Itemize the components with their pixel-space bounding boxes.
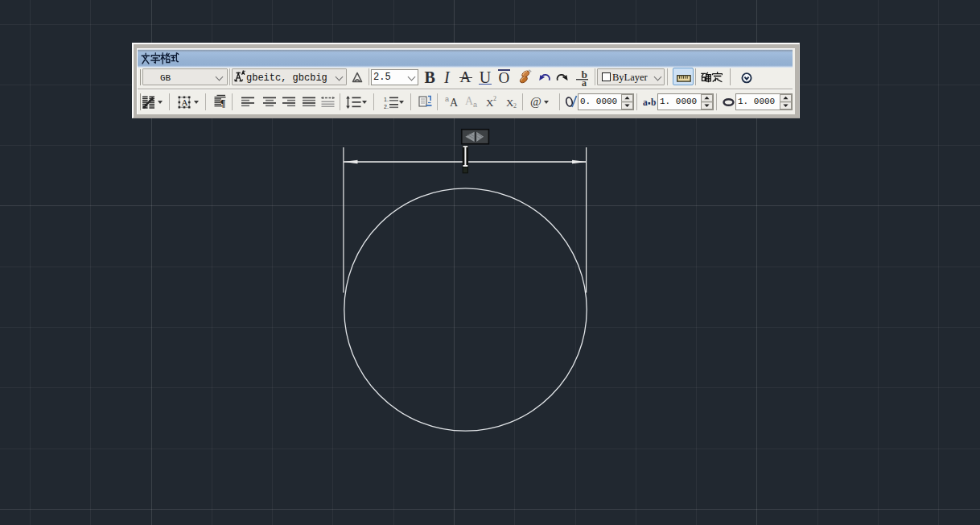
svg-text:2.: 2. bbox=[384, 104, 389, 110]
svg-text:b: b bbox=[651, 97, 656, 106]
svg-text:1.: 1. bbox=[384, 97, 389, 102]
svg-text:a: a bbox=[643, 97, 648, 106]
svg-text:a: a bbox=[582, 77, 587, 87]
svg-text:¶: ¶ bbox=[220, 97, 226, 109]
svg-text:A: A bbox=[181, 97, 187, 107]
